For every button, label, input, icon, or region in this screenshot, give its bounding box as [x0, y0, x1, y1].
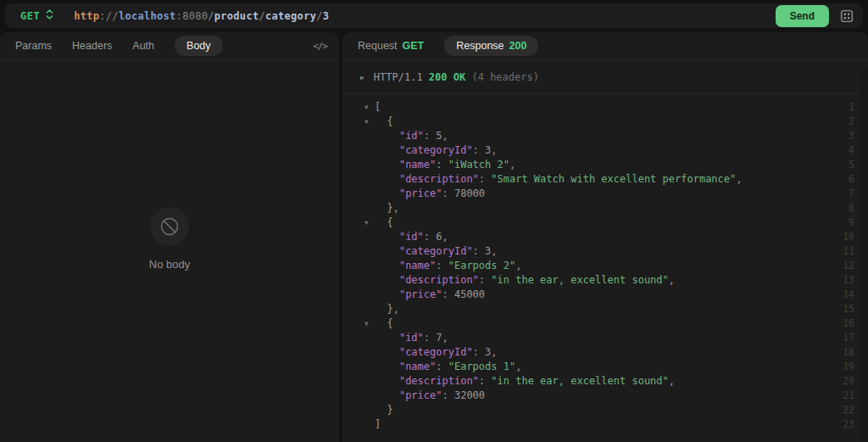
code-text: "name": "iWatch 2",: [375, 158, 831, 172]
code-text: },: [375, 302, 831, 316]
fold-arrow-icon[interactable]: ▼: [342, 215, 375, 230]
send-button[interactable]: Send: [776, 5, 829, 27]
tab-label: Response: [456, 40, 504, 52]
code-line: ▼ {9: [342, 215, 868, 230]
fold-arrow-icon[interactable]: ▼: [342, 316, 375, 331]
code-text: "price": 45000: [375, 288, 831, 302]
code-line: ▼ {16: [342, 316, 868, 331]
tab-badge: GET: [403, 40, 425, 52]
response-body: ▼[1▼ {2 "id": 5,3 "categoryId": 3,4 "nam…: [342, 94, 868, 442]
code-line: ▼[1: [342, 100, 868, 115]
code-text: [: [375, 100, 831, 115]
code-text: {: [375, 115, 831, 129]
no-body-label: No body: [149, 258, 190, 271]
code-text: }: [375, 403, 831, 417]
url-segment: 3: [323, 10, 330, 22]
code-line: ▼ {2: [342, 115, 868, 129]
code-text: "categoryId": 3,: [375, 143, 831, 158]
url-segment: /: [208, 10, 214, 22]
url-segment: /: [316, 10, 323, 22]
code-line: "categoryId": 3,18: [342, 345, 868, 360]
code-text: "price": 78000: [375, 187, 831, 201]
code-text: "description": "in the ear, excellent so…: [375, 273, 831, 288]
code-line: "categoryId": 3,11: [342, 244, 868, 259]
code-text: "name": "Earpods 2",: [375, 259, 831, 273]
code-line: "description": "Smart Watch with excelle…: [342, 172, 868, 187]
code-line: "price": 3200021: [342, 389, 868, 403]
code-text: "name": "Earpods 1",: [375, 360, 831, 374]
tab-params[interactable]: Params: [15, 40, 52, 52]
code-line: "id": 6,10: [342, 230, 868, 244]
code-line: }22: [342, 403, 868, 417]
code-text: "id": 5,: [375, 129, 831, 143]
code-line: "name": "Earpods 1",19: [342, 360, 868, 374]
code-line: },8: [342, 201, 868, 215]
url-segment: http: [74, 10, 99, 22]
request-body-empty-state: No body: [0, 60, 339, 442]
main-area: ParamsHeadersAuthBody </> No body Reques…: [0, 32, 868, 442]
code-line: "name": "Earpods 2",12: [342, 259, 868, 273]
code-snippet-icon[interactable]: [837, 7, 856, 25]
code-line: "id": 7,17: [342, 331, 868, 345]
code-text: "price": 32000: [375, 389, 831, 403]
tab-label: Auth: [132, 40, 154, 52]
request-url-bar: GET http://localhost:8080/product/catego…: [5, 3, 863, 28]
code-text: "id": 7,: [375, 331, 831, 345]
code-text: "categoryId": 3,: [375, 345, 831, 360]
status-protocol: HTTP/1.1: [374, 71, 423, 83]
url-segment: ://: [99, 10, 119, 22]
code-line: "name": "iWatch 2",5: [342, 158, 868, 172]
code-text: "description": "in the ear, excellent so…: [375, 374, 831, 389]
tab-auth[interactable]: Auth: [132, 40, 154, 52]
tab-badge: 200: [509, 40, 527, 52]
status-code: 200 OK: [429, 71, 465, 83]
url-segment: category: [265, 10, 316, 22]
response-body-lines: ▼[1▼ {2 "id": 5,3 "categoryId": 3,4 "nam…: [342, 100, 868, 432]
code-text: {: [375, 215, 831, 230]
method-label: GET: [20, 10, 40, 22]
code-text: ]: [375, 417, 831, 432]
code-line: ]23: [342, 417, 868, 432]
code-text: "id": 6,: [375, 230, 831, 244]
status-headers-count: (4 headers): [471, 71, 538, 83]
code-line: "categoryId": 3,4: [342, 143, 868, 158]
code-view-icon[interactable]: </>: [313, 41, 327, 52]
code-line: "price": 4500014: [342, 288, 868, 302]
code-line: },15: [342, 302, 868, 316]
tab-body[interactable]: Body: [175, 36, 223, 56]
code-line: "description": "in the ear, excellent so…: [342, 374, 868, 389]
tab-headers[interactable]: Headers: [72, 40, 112, 52]
url-segment: /: [259, 10, 265, 22]
request-tabbar: ParamsHeadersAuthBody </>: [0, 32, 339, 60]
code-text: {: [375, 316, 831, 331]
scrollbar-track[interactable]: [860, 70, 868, 442]
url-segment: product: [214, 10, 259, 22]
code-text: "description": "Smart Watch with excelle…: [375, 172, 831, 187]
tab-label: Body: [186, 40, 211, 52]
response-tab-response[interactable]: Response200: [444, 36, 538, 56]
code-line: "id": 5,3: [342, 129, 868, 143]
response-panel: RequestGETResponse200 ▶ HTTP/1.1 200 OK …: [342, 32, 868, 442]
request-panel: ParamsHeadersAuthBody </> No body: [0, 32, 339, 442]
tab-label: Headers: [72, 40, 112, 52]
fold-arrow-icon[interactable]: ▼: [342, 100, 375, 115]
headers-collapse-icon[interactable]: ▶: [360, 74, 364, 81]
url-segment: localhost: [119, 10, 176, 22]
no-body-icon: [150, 207, 189, 246]
response-tab-request[interactable]: RequestGET: [358, 40, 424, 52]
chevron-up-down-icon: [46, 9, 53, 22]
response-status-row: ▶ HTTP/1.1 200 OK (4 headers): [342, 60, 868, 94]
url-input[interactable]: http://localhost:8080/product/category/3: [74, 10, 775, 22]
code-line: "description": "in the ear, excellent so…: [342, 273, 868, 288]
method-selector[interactable]: GET: [20, 9, 53, 22]
tab-label: Params: [15, 40, 52, 52]
code-text: "categoryId": 3,: [375, 244, 831, 259]
code-text: },: [375, 201, 831, 215]
code-line: "price": 780007: [342, 187, 868, 201]
fold-arrow-icon[interactable]: ▼: [342, 115, 375, 129]
tab-label: Request: [358, 40, 398, 52]
url-segment: :8080: [176, 10, 209, 22]
response-tabbar: RequestGETResponse200: [342, 32, 868, 60]
